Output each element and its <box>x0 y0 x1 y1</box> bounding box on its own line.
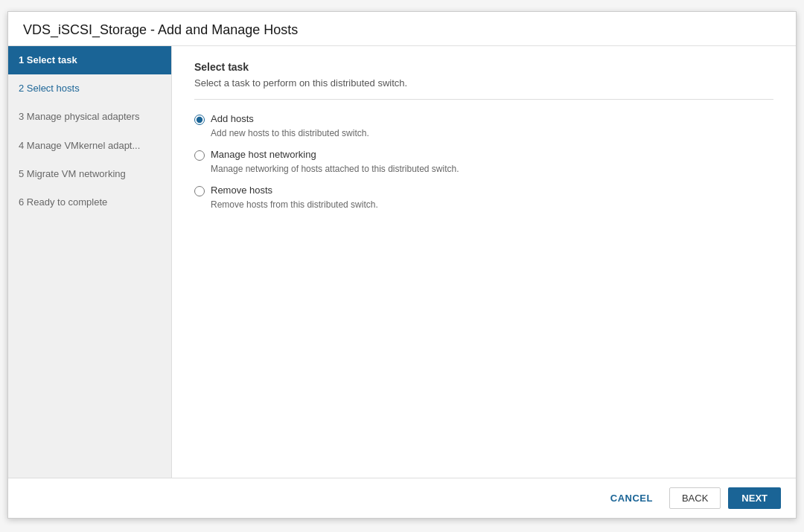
option-row-opt-remove-hosts: Remove hosts <box>194 185 773 196</box>
next-button[interactable]: NEXT <box>728 487 781 509</box>
desc-opt-manage-host: Manage networking of hosts attached to t… <box>211 164 773 174</box>
cancel-button[interactable]: CANCEL <box>602 488 662 508</box>
radio-opt-remove-hosts[interactable] <box>194 186 205 196</box>
task-options-group: Add hostsAdd new hosts to this distribut… <box>194 113 773 210</box>
desc-opt-add-hosts: Add new hosts to this distributed switch… <box>211 128 773 138</box>
label-opt-remove-hosts[interactable]: Remove hosts <box>211 185 272 196</box>
dialog-footer: CANCEL BACK NEXT <box>8 478 796 518</box>
dialog-body: 1 Select task2 Select hosts3 Manage phys… <box>8 46 796 478</box>
dialog-title: VDS_iSCSI_Storage - Add and Manage Hosts <box>23 22 781 38</box>
section-title: Select task <box>194 61 773 73</box>
section-subtitle: Select a task to perform on this distrib… <box>194 77 773 89</box>
label-opt-manage-host[interactable]: Manage host networking <box>211 149 316 160</box>
sidebar: 1 Select task2 Select hosts3 Manage phys… <box>8 46 172 478</box>
dialog-header: VDS_iSCSI_Storage - Add and Manage Hosts <box>8 12 796 46</box>
sidebar-item-step3: 3 Manage physical adapters <box>8 103 171 131</box>
label-opt-add-hosts[interactable]: Add hosts <box>211 113 254 124</box>
back-button[interactable]: BACK <box>669 487 721 509</box>
sidebar-item-step2[interactable]: 2 Select hosts <box>8 74 171 103</box>
desc-opt-remove-hosts: Remove hosts from this distributed switc… <box>211 199 773 210</box>
main-content: Select task Select a task to perform on … <box>172 46 796 478</box>
radio-opt-manage-host[interactable] <box>194 150 205 161</box>
sidebar-item-step5: 5 Migrate VM networking <box>8 160 171 188</box>
sidebar-item-step6: 6 Ready to complete <box>8 188 171 217</box>
sidebar-item-step1[interactable]: 1 Select task <box>8 46 171 74</box>
option-row-opt-add-hosts: Add hosts <box>194 113 773 125</box>
section-divider <box>194 99 773 100</box>
option-row-opt-manage-host: Manage host networking <box>194 149 773 161</box>
radio-opt-add-hosts[interactable] <box>194 115 205 125</box>
dialog-container: VDS_iSCSI_Storage - Add and Manage Hosts… <box>7 11 797 519</box>
sidebar-item-step4: 4 Manage VMkernel adapt... <box>8 132 171 160</box>
